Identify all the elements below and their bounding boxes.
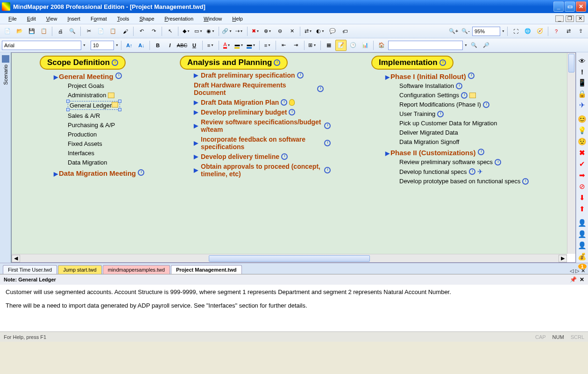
cut-button[interactable]: ✂ <box>83 26 94 37</box>
menu-shape[interactable]: Shape <box>135 14 159 23</box>
search-button[interactable]: 🔍 <box>468 40 480 51</box>
node-tool-3[interactable]: ◉▼ <box>205 26 216 37</box>
tab-project-management[interactable]: Project Management.twd <box>171 265 242 274</box>
minimize-button[interactable]: _ <box>553 1 564 12</box>
view-toggle-2[interactable]: 📝 <box>335 40 347 51</box>
canvas[interactable]: Scope Definition ▶General Meeting Projec… <box>11 52 576 263</box>
node-purchasing-ap[interactable]: Purchasing & A/P <box>68 121 144 129</box>
phase1-node[interactable]: ▶Phase I (Initial Rollout) <box>385 72 529 80</box>
nav-button[interactable]: 🌐 <box>522 26 533 37</box>
line-color-button[interactable]: ▬▼ <box>246 40 257 51</box>
open-button[interactable]: 📂 <box>14 26 25 37</box>
node-interfaces[interactable]: Interfaces <box>68 149 144 157</box>
person-orange-icon[interactable]: 👤 <box>578 241 587 250</box>
node-draft-data-migration[interactable]: ▶Draft Data Migration Plan <box>194 98 331 107</box>
phase2-node[interactable]: ▶Phase II (Customizations) <box>385 149 529 157</box>
node-review-prelim[interactable]: Review preliminary software specs <box>399 158 529 166</box>
sad-icon[interactable]: 😟 <box>578 137 587 146</box>
italic-button[interactable]: I <box>164 40 176 51</box>
view-toggle-1[interactable]: ▦ <box>323 40 334 51</box>
tab-next-button[interactable]: ▷ <box>575 268 579 274</box>
view-toggle-3[interactable]: 🕒 <box>347 40 359 51</box>
person-blue-icon[interactable]: 👤 <box>578 230 587 238</box>
implementation-header[interactable]: Implementation <box>371 56 453 70</box>
font-size-combo[interactable]: 10 <box>91 41 114 50</box>
zoom-out-button[interactable]: 🔍- <box>460 26 471 37</box>
node-develop-prototype[interactable]: Develop prototype based on functional sp… <box>399 177 529 185</box>
node-production[interactable]: Production <box>68 130 144 138</box>
scroll-left-button[interactable]: ◀ <box>12 255 20 262</box>
node-draft-spec[interactable]: ▶Draft preliminary specification <box>194 71 331 79</box>
node-delivery-timeline[interactable]: ▶Develop delivery timeline <box>194 152 331 161</box>
indent-left-button[interactable]: ⇤ <box>278 40 290 51</box>
node-fixed-assets[interactable]: Fixed Assets <box>68 140 144 148</box>
redo-button[interactable]: ↷ <box>148 26 159 37</box>
phone-icon[interactable]: 📱 <box>578 79 587 87</box>
copy-button[interactable]: 📄 <box>95 26 106 37</box>
close-button[interactable]: ✕ <box>576 1 586 12</box>
search2-button[interactable]: 🔎 <box>481 40 492 51</box>
strike-button[interactable]: ABC <box>177 40 188 51</box>
node-incorporate-feedback[interactable]: ▶Incorporate feedback on software specif… <box>194 135 331 151</box>
node-data-migration[interactable]: Data Migration <box>68 158 144 166</box>
undo-button[interactable]: ↶ <box>136 26 147 37</box>
maximize-button[interactable]: ▭ <box>565 1 575 12</box>
notes-pin-button[interactable]: 📌 <box>570 276 577 283</box>
vertical-scrollbar[interactable] <box>567 53 575 254</box>
underline-button[interactable]: U <box>189 40 200 51</box>
decrease-font-button[interactable]: A↓ <box>136 40 147 51</box>
scope-header[interactable]: Scope Definition <box>40 56 126 70</box>
bulb-icon[interactable]: 💡 <box>578 126 587 135</box>
help-button[interactable]: ? <box>551 26 562 37</box>
data-migration-meeting-node[interactable]: ▶Data Migration Meeting <box>54 169 144 177</box>
node-general-ledger[interactable]: General Ledger <box>68 101 144 110</box>
smile-icon[interactable]: 😊 <box>578 115 587 123</box>
node-develop-budget[interactable]: ▶Develop preliminary budget <box>194 108 331 116</box>
node-project-goals[interactable]: Project Goals <box>68 82 144 90</box>
check-icon[interactable]: ✔ <box>578 160 587 168</box>
menu-help[interactable]: Help <box>227 14 248 23</box>
bold-button[interactable]: B <box>152 40 163 51</box>
general-meeting-node[interactable]: ▶General Meeting <box>54 72 144 80</box>
node-sales-ar[interactable]: Sales & A/R <box>68 112 144 120</box>
scenario-tab[interactable]: Scenario <box>0 52 11 263</box>
address-combo[interactable] <box>388 41 463 50</box>
tab-samples[interactable]: mindmappersamples.twd <box>103 265 170 274</box>
pointer-button[interactable]: ↖ <box>164 26 176 37</box>
analysis-header[interactable]: Analysis and Planning <box>180 56 288 70</box>
node-tool-1[interactable]: ◆▼ <box>181 26 192 37</box>
down-arrow-icon[interactable]: ⬇ <box>578 194 587 202</box>
saveas-button[interactable]: 📋 <box>38 26 50 37</box>
lock-icon[interactable]: 🔒 <box>578 90 587 98</box>
callout-button[interactable]: 💬 <box>327 26 338 37</box>
node-review-specs[interactable]: ▶Review software specifications/budget w… <box>194 118 331 134</box>
delete-button[interactable]: ✖▼ <box>250 26 261 37</box>
tab-close-button[interactable]: ✕ <box>581 268 585 274</box>
right-arrow-icon[interactable]: ➡ <box>578 171 587 180</box>
line-style-button[interactable]: ≡▼ <box>262 40 273 51</box>
print-button[interactable]: 🖨 <box>55 26 66 37</box>
notes-body[interactable]: Customer will use segmented accounts. Ac… <box>0 285 588 331</box>
menu-format[interactable]: Format <box>86 14 112 23</box>
mdi-close[interactable]: ✕ <box>576 15 584 22</box>
view-toggle-4[interactable]: 📊 <box>360 40 371 51</box>
menu-edit[interactable]: Edit <box>22 14 41 23</box>
font-name-combo[interactable]: Arial <box>2 41 81 50</box>
tab-jump-start[interactable]: Jump start.twd <box>58 265 102 274</box>
align-button[interactable]: ≡▼ <box>205 40 216 51</box>
layout-button[interactable]: ⊞▼ <box>307 40 318 51</box>
node-migration-signoff[interactable]: Data Migration Signoff <box>399 138 529 146</box>
relation-button[interactable]: ⇄▼ <box>303 26 314 37</box>
menu-tools[interactable]: Tools <box>113 14 134 23</box>
menu-view[interactable]: View <box>42 14 62 23</box>
node-draft-hardware[interactable]: Draft Hardware Requirements Document <box>194 81 331 97</box>
paste-button[interactable]: 📋 <box>107 26 119 37</box>
collapse-button[interactable]: ⊖ <box>274 26 285 37</box>
zoom-in-button[interactable]: 🔍+ <box>448 26 459 37</box>
fill-color-button[interactable]: ▬▼ <box>234 40 245 51</box>
increase-font-button[interactable]: A↑ <box>124 40 135 51</box>
node-develop-func[interactable]: Develop functional specs ✈ <box>399 167 529 176</box>
home-button[interactable]: 🏠 <box>376 40 387 51</box>
node-report-mods[interactable]: Report Modifications (Phase I) <box>399 101 529 108</box>
node-config-settings[interactable]: Configuration Settings <box>399 91 529 99</box>
